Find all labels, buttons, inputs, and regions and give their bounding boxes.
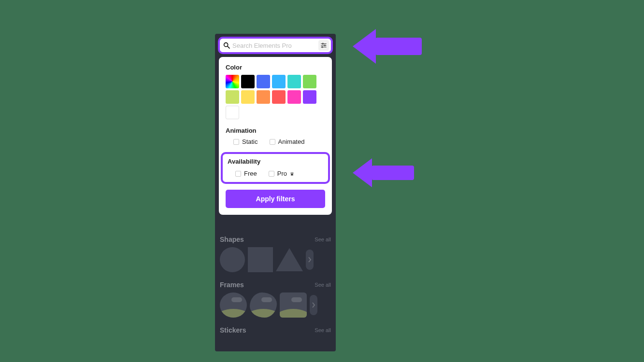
checkbox-label: Pro xyxy=(277,170,287,177)
swatch-lime[interactable] xyxy=(226,90,239,104)
availability-highlight: Availability Free Pro ♛ xyxy=(221,152,330,184)
category-title: Frames xyxy=(220,281,244,289)
svg-point-3 xyxy=(322,43,323,44)
swatch-sky[interactable] xyxy=(272,75,286,88)
frame-circle[interactable] xyxy=(220,292,247,318)
swatch-blue[interactable] xyxy=(257,75,270,88)
checkbox-label: Free xyxy=(244,170,257,177)
swatch-rainbow[interactable] xyxy=(226,75,239,88)
filter-panel: Color Animation Static Animated xyxy=(219,57,332,215)
annotation-arrow xyxy=(353,160,425,185)
checkbox-icon xyxy=(270,139,275,145)
availability-options: Free Pro ♛ xyxy=(228,170,323,177)
svg-point-7 xyxy=(322,46,323,47)
checkbox-static[interactable]: Static xyxy=(233,138,258,145)
shape-triangle[interactable] xyxy=(276,248,303,271)
category-stickers: Stickers See all xyxy=(220,326,331,334)
checkbox-icon xyxy=(269,171,274,177)
checkbox-icon xyxy=(235,171,241,177)
category-title: Stickers xyxy=(220,326,246,334)
swatch-pink[interactable] xyxy=(287,90,301,104)
checkbox-free[interactable]: Free xyxy=(235,170,257,177)
filter-color-title: Color xyxy=(226,64,325,71)
checkbox-pro[interactable]: Pro ♛ xyxy=(269,170,294,177)
category-shapes: Shapes See all xyxy=(220,236,331,272)
chevron-right-icon xyxy=(308,257,312,263)
color-swatches xyxy=(226,75,325,119)
filter-toggle-button[interactable] xyxy=(318,40,329,51)
shape-circle[interactable] xyxy=(220,247,245,272)
carousel-next-button[interactable] xyxy=(306,250,314,270)
swatch-black[interactable] xyxy=(241,75,255,88)
svg-point-5 xyxy=(324,45,325,46)
checkbox-animated[interactable]: Animated xyxy=(270,138,305,145)
swatch-teal[interactable] xyxy=(287,75,301,88)
swatch-purple[interactable] xyxy=(303,90,316,104)
chevron-right-icon xyxy=(312,302,315,308)
see-all-link[interactable]: See all xyxy=(315,237,331,242)
swatch-yellow[interactable] xyxy=(241,90,255,104)
see-all-link[interactable]: See all xyxy=(315,327,331,333)
elements-panel: Color Animation Static Animated xyxy=(215,34,336,351)
swatch-red[interactable] xyxy=(272,90,286,104)
frame-blob[interactable] xyxy=(250,292,277,318)
swatch-white[interactable] xyxy=(226,106,239,119)
checkbox-label: Animated xyxy=(278,138,305,145)
filter-availability-title: Availability xyxy=(228,158,323,165)
sliders-icon xyxy=(320,42,327,49)
search-icon xyxy=(223,42,230,49)
svg-line-1 xyxy=(228,46,229,48)
shape-square[interactable] xyxy=(248,247,273,272)
search-input[interactable] xyxy=(230,42,318,49)
crown-icon: ♛ xyxy=(290,171,294,177)
filter-animation-title: Animation xyxy=(226,127,325,134)
swatch-green[interactable] xyxy=(303,75,316,88)
category-frames: Frames See all xyxy=(220,281,331,318)
swatch-orange[interactable] xyxy=(257,90,270,104)
see-all-link[interactable]: See all xyxy=(315,282,331,288)
checkbox-icon xyxy=(233,139,239,145)
animation-options: Static Animated xyxy=(226,138,325,145)
category-list: Shapes See all Frames See all xyxy=(220,236,331,343)
checkbox-label: Static xyxy=(242,138,258,145)
category-title: Shapes xyxy=(220,236,244,243)
frame-rect[interactable] xyxy=(280,292,307,318)
search-bar[interactable] xyxy=(218,37,333,54)
apply-filters-button[interactable]: Apply filters xyxy=(226,190,325,208)
annotation-arrow xyxy=(353,34,425,59)
carousel-next-button[interactable] xyxy=(310,295,317,315)
